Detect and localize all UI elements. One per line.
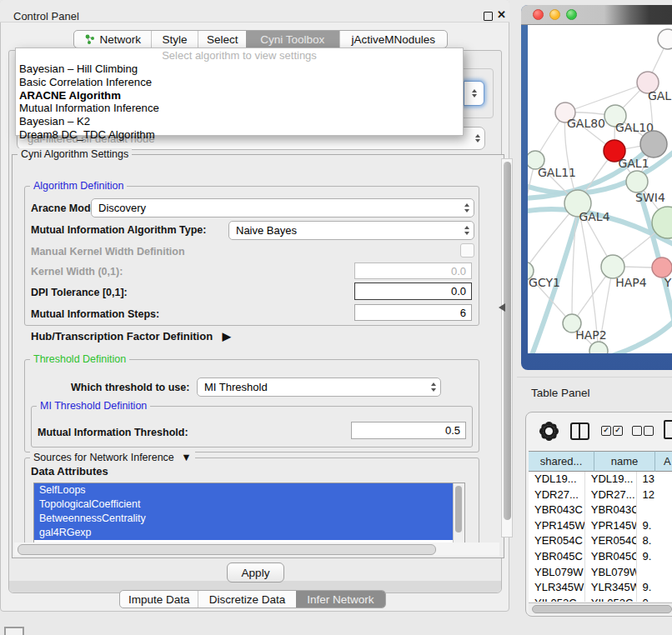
data-attribute-item[interactable]: BetweennessCentrality [34, 512, 464, 526]
column-header-shared-name[interactable]: shared... [529, 451, 594, 472]
column-header-name[interactable]: name [594, 451, 655, 472]
algorithm-option[interactable]: Basic Correlation Inference [16, 76, 463, 89]
sources-title[interactable]: Sources for Network Inference ▼ [30, 452, 195, 463]
data-attribute-item[interactable]: gal4RGexp [34, 526, 464, 540]
algorithm-option[interactable]: Dream8 DC_TDC Algorithm [16, 128, 463, 142]
table-row[interactable]: YLR345WYLR345W9. [529, 580, 672, 596]
network-node-swi4[interactable] [626, 171, 648, 192]
kernel-width-label: Kernel Width (0,1): [31, 266, 123, 278]
algorithm-dropdown-popup: Select algorithm to view settings Bayesi… [15, 48, 464, 136]
tab-infer-network[interactable]: Infer Network [296, 591, 385, 608]
mi-algorithm-type-select[interactable]: Naive Bayes [228, 221, 474, 240]
data-attribute-item[interactable]: TopologicalCoefficient [34, 498, 464, 512]
tab-cyni-toolbox[interactable]: Cyni Toolbox [246, 31, 339, 48]
data-attributes-items: SelfLoopsTopologicalCoefficientBetweenne… [34, 483, 464, 540]
table-row[interactable]: YDL19...YDL19...13 [529, 472, 672, 488]
table-row[interactable]: YDR27...YDR27...12 [529, 488, 672, 503]
algorithm-option[interactable]: ARACNE Algorithm [16, 89, 463, 102]
network-window-titlebar[interactable] [521, 5, 672, 25]
network-node[interactable] [658, 29, 672, 49]
list-scrollbar[interactable] [453, 483, 464, 545]
table-horizontal-scrollbar[interactable] [529, 602, 672, 614]
network-node-label: GAL1 [618, 157, 649, 170]
data-attributes-label: Data Attributes [31, 465, 108, 478]
table-cell: 8. [637, 533, 672, 549]
settings-vscroll-thumb[interactable] [504, 162, 511, 520]
network-node-label: SWI4 [635, 191, 665, 204]
tab-style[interactable]: Style [151, 31, 198, 48]
tab-network-label: Network [100, 33, 142, 46]
network-node[interactable] [640, 131, 667, 158]
table-cell: 9. [637, 518, 672, 534]
minimize-traffic-light-icon[interactable] [549, 9, 560, 20]
dpi-tolerance-input[interactable]: 0.0 [354, 282, 472, 300]
mi-steps-input[interactable]: 6 [354, 304, 472, 321]
which-threshold-select[interactable]: MI Threshold [197, 378, 441, 397]
deselect-all-checkbox-icon[interactable] [644, 426, 654, 436]
algorithm-option[interactable]: Bayesian – Hill Climbing [16, 62, 463, 76]
network-node[interactable] [589, 342, 608, 353]
select-all-checkbox-icon[interactable]: ✓ [601, 426, 611, 436]
settings-panel-title: Cyni Algorithm Settings [18, 148, 132, 160]
tab-network[interactable]: Network [74, 31, 151, 48]
table-hscroll-thumb[interactable] [532, 605, 672, 613]
close-icon[interactable]: ✕ [497, 8, 506, 21]
table-row[interactable]: YER054CYER054C8. [529, 533, 672, 549]
stepper-icon [472, 89, 477, 98]
collapse-down-icon: ▼ [181, 452, 191, 463]
table-row[interactable]: YBL079WYBL079W [529, 565, 672, 581]
aracne-mode-select[interactable]: Discovery [91, 198, 474, 218]
network-canvas[interactable]: GALGAL80GAL10GAL1GAL11SWI4GAL4GCY1HAP4YH… [528, 25, 672, 353]
tab-cyni-toolbox-label: Cyni Toolbox [260, 33, 324, 46]
tab-jactivemnodules[interactable]: jActiveMNodules [339, 31, 447, 48]
tab-jactivemnodules-label: jActiveMNodules [352, 33, 436, 46]
data-attribute-item[interactable]: SelfLoops [34, 483, 464, 498]
float-window-icon[interactable] [484, 12, 493, 21]
algorithm-option[interactable]: Bayesian – K2 [16, 115, 463, 128]
apply-button[interactable]: Apply [227, 562, 284, 582]
columns-icon[interactable] [570, 422, 589, 440]
sources-title-label: Sources for Network Inference [33, 452, 174, 463]
aracne-mode-value: Discovery [98, 202, 146, 214]
settings-hscroll-thumb[interactable] [18, 544, 436, 555]
table-row[interactable]: YPR145WYPR145W9. [529, 518, 672, 534]
algorithm-option[interactable]: Mutual Information Inference [16, 102, 463, 115]
table-row[interactable]: YIL052CYIL052C0. [529, 596, 672, 602]
column-header-partial[interactable]: A [655, 451, 672, 472]
tab-discretize-data-label: Discretize Data [209, 593, 286, 606]
zoom-traffic-light-icon[interactable] [566, 9, 577, 20]
settings-vertical-scrollbar[interactable] [501, 158, 513, 538]
table-cell: YER054C [585, 533, 638, 549]
table-cell [637, 565, 672, 581]
table-cell: YLR345W [585, 580, 638, 596]
deselect-all-checkbox-icon[interactable] [632, 426, 642, 436]
mi-threshold-input[interactable]: 0.5 [351, 422, 466, 439]
table-row[interactable]: YBR045CYBR045C9. [529, 549, 672, 565]
settings-horizontal-scrollbar[interactable] [14, 542, 499, 556]
select-all-checkbox-icon[interactable]: ✓ [613, 426, 623, 436]
gear-icon[interactable] [543, 425, 555, 438]
dpi-tolerance-label: DPI Tolerance [0,1]: [31, 287, 128, 298]
dpi-tolerance-value: 0.0 [451, 285, 466, 298]
kernel-width-input[interactable]: 0.0 [354, 262, 472, 279]
tab-discretize-data[interactable]: Discretize Data [198, 591, 295, 608]
table-header: shared... name A [529, 451, 672, 472]
tab-impute-data[interactable]: Impute Data [120, 591, 198, 608]
algorithm-select-focused-end[interactable] [464, 81, 484, 106]
cyni-algorithm-settings-panel: Cyni Algorithm Settings Algorithm Defini… [12, 154, 504, 558]
table-row[interactable]: YBR043CYBR043C [529, 502, 672, 518]
tab-style-label: Style [162, 33, 187, 46]
table-cell: 13 [637, 472, 672, 488]
network-node-y[interactable] [652, 258, 672, 278]
list-scrollbar-thumb[interactable] [455, 486, 462, 532]
collapsed-panel-icon[interactable] [4, 627, 24, 635]
hub-definition-expander[interactable]: Hub/Transcription Factor Definition ▶ [31, 330, 231, 342]
manual-kernel-width-checkbox[interactable] [460, 243, 474, 258]
tab-select[interactable]: Select [198, 31, 246, 48]
export-table-icon[interactable] [664, 420, 672, 439]
network-node-label: HAP2 [575, 328, 606, 342]
expand-right-icon: ▶ [223, 330, 231, 342]
close-traffic-light-icon[interactable] [533, 9, 544, 20]
stepper-icon [431, 382, 436, 392]
network-node-hap4[interactable] [601, 255, 624, 278]
